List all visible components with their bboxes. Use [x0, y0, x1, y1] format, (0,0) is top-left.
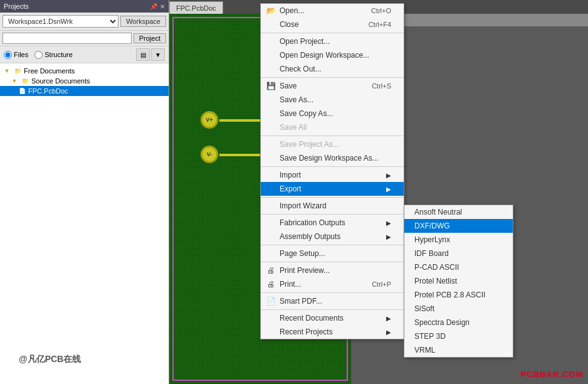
submenu-sisoft[interactable]: SiSoft [404, 302, 513, 316]
tree-fpc-pcbdoc[interactable]: 📄 FPC.PcbDoc [0, 86, 169, 96]
menu-smart-pdf[interactable]: 📄 Smart PDF... [261, 294, 404, 308]
divider1 [261, 33, 404, 33]
panel-title: Projects [4, 3, 29, 10]
left-panel: Projects 📌 ✕ Workspace1.DsnWrk Workspace… [0, 0, 169, 384]
pin-icon[interactable]: 📌 [150, 3, 157, 10]
save-icon: 💾 [266, 81, 276, 91]
menu-save-as[interactable]: Save As... [261, 93, 404, 107]
submenu-vrml[interactable]: VRML [404, 343, 513, 357]
tree-fpc-pcbdoc-label: FPC.PcbDoc [28, 87, 68, 95]
file-icon: 📄 [18, 87, 26, 95]
workspace-button[interactable]: Workspace [120, 16, 166, 27]
tree-source-docs[interactable]: ▼ 📁 Source Documents [0, 76, 169, 86]
panel-titlebar-icons: 📌 ✕ [150, 3, 165, 10]
submenu-hyperlynx[interactable]: HyperLynx [404, 233, 513, 247]
folder-expand-icon: ▼ [3, 67, 11, 75]
import-arrow: ▶ [386, 172, 391, 179]
menu-import-wizard[interactable]: Import Wizard [261, 199, 404, 213]
menu-save-project-as[interactable]: Save Project As... [261, 137, 404, 151]
radio-files[interactable] [4, 51, 12, 59]
menu-page-setup[interactable]: Page Setup... [261, 247, 404, 260]
submenu-protel-pcb[interactable]: Protel PCB 2.8 ASCII [404, 288, 513, 302]
workspace-select[interactable]: Workspace1.DsnWrk [3, 15, 118, 28]
submenu-pcad-ascii[interactable]: P-CAD ASCII [404, 260, 513, 274]
divider10 [261, 309, 404, 310]
smart-pdf-icon: 📄 [266, 296, 276, 306]
menu-save-all[interactable]: Save All [261, 120, 404, 134]
export-arrow: ▶ [386, 186, 391, 193]
menu-open[interactable]: 📂 Open... Ctrl+O [261, 4, 404, 18]
folder-icon2: 📁 [21, 77, 29, 85]
main-context-menu: 📂 Open... Ctrl+O Close Ctrl+F4 Open Proj… [260, 3, 404, 339]
print-icon: 🖨 [266, 279, 276, 289]
divider7 [261, 245, 404, 245]
menu-close[interactable]: Close Ctrl+F4 [261, 18, 404, 31]
divider2 [261, 77, 404, 78]
submenu-step3d[interactable]: STEP 3D [404, 329, 513, 343]
print-preview-icon: 🖨 [266, 265, 276, 275]
menu-recent-docs[interactable]: Recent Documents ▶ [261, 311, 404, 325]
search-input[interactable] [3, 33, 132, 44]
menu-open-workspace[interactable]: Open Design Workspace... [261, 48, 404, 62]
project-button[interactable]: Project [134, 33, 166, 43]
menu-open-project[interactable]: Open Project... [261, 35, 404, 48]
fab-arrow: ▶ [386, 220, 391, 227]
menu-import[interactable]: Import ▶ [261, 168, 404, 182]
menu-export[interactable]: Export ▶ [261, 182, 404, 196]
divider4 [261, 166, 404, 167]
tree-free-docs-label: Free Documents [24, 67, 75, 75]
tab-fpc-pcbdoc[interactable]: FPC.PcbDoc [169, 1, 223, 14]
assembly-arrow: ▶ [386, 233, 391, 240]
submenu-ansoft[interactable]: Ansoft Neutral [404, 205, 513, 219]
tree-icon-btn1[interactable]: ▤ [136, 48, 150, 61]
submenu-specctra[interactable]: Specctra Design [404, 316, 513, 329]
radio-row: Files Structure ▤ ▼ [0, 46, 169, 63]
pad-vplus: V+ [201, 111, 218, 129]
folder-icon: 📁 [13, 67, 22, 75]
menu-recent-projects[interactable]: Recent Projects ▶ [261, 325, 404, 339]
radio-structure-label[interactable]: Structure [34, 51, 73, 59]
menu-check-out[interactable]: Check Out... [261, 62, 404, 76]
submenu-dxf[interactable]: DXF/DWG [404, 219, 513, 233]
export-submenu: Ansoft Neutral DXF/DWG HyperLynx IDF Boa… [404, 205, 513, 358]
divider8 [261, 262, 404, 262]
divider9 [261, 292, 404, 293]
tree-toolbar: ▤ ▼ [136, 48, 165, 61]
submenu-protel-netlist[interactable]: Protel Netlist [404, 274, 513, 288]
close-icon[interactable]: ✕ [160, 3, 165, 10]
radio-files-label[interactable]: Files [4, 51, 28, 59]
menu-save-copy-as[interactable]: Save Copy As... [261, 107, 404, 120]
pad-vminus: V- [201, 146, 218, 163]
tree-source-docs-label: Source Documents [31, 77, 90, 85]
watermark: @凡亿PCB在线 [19, 354, 81, 365]
menu-assembly[interactable]: Assembly Outputs ▶ [261, 230, 404, 243]
workspace-row: Workspace1.DsnWrk Workspace [0, 13, 169, 31]
tree-icon-btn2[interactable]: ▼ [151, 48, 165, 61]
menu-save-workspace-as[interactable]: Save Design Workspace As... [261, 151, 404, 165]
folder-expand-icon2: ▼ [10, 77, 19, 85]
project-row: Project [0, 31, 169, 46]
open-icon: 📂 [266, 6, 276, 16]
tree-area: ▼ 📁 Free Documents ▼ 📁 Source Documents … [0, 63, 169, 384]
radio-structure[interactable] [34, 51, 43, 59]
menu-print-preview[interactable]: 🖨 Print Preview... [261, 264, 404, 277]
submenu-idf[interactable]: IDF Board [404, 247, 513, 260]
divider6 [261, 214, 404, 215]
divider5 [261, 197, 404, 198]
tree-free-docs[interactable]: ▼ 📁 Free Documents [0, 66, 169, 76]
panel-titlebar: Projects 📌 ✕ [0, 0, 169, 13]
menu-print[interactable]: 🖨 Print... Ctrl+P [261, 277, 404, 291]
recent-projects-arrow: ▶ [386, 329, 391, 336]
menu-fabrication[interactable]: Fabrication Outputs ▶ [261, 216, 404, 230]
menu-save[interactable]: 💾 Save Ctrl+S [261, 79, 404, 93]
divider3 [261, 136, 404, 136]
recent-docs-arrow: ▶ [386, 315, 391, 322]
